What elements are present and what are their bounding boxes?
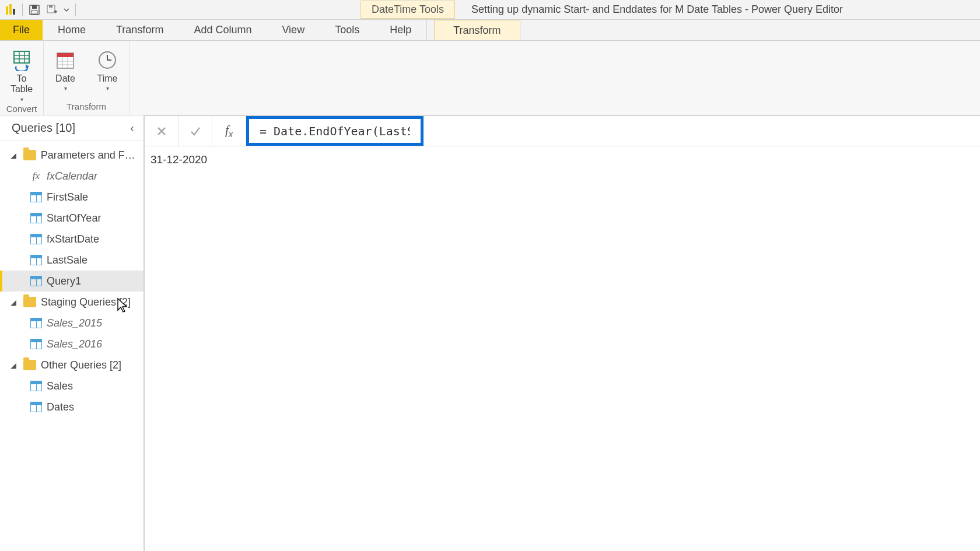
tab-home[interactable]: Home — [43, 20, 101, 40]
tab-add-column[interactable]: Add Column — [178, 20, 267, 40]
title-bar: DateTime Tools Setting up dynamic Start-… — [0, 0, 980, 20]
svg-rect-5 — [32, 10, 37, 14]
save-icon[interactable] — [26, 2, 43, 18]
queries-title: Queries [10] — [12, 121, 75, 135]
tab-tools[interactable]: Tools — [320, 20, 374, 40]
table-icon — [30, 213, 42, 223]
folder-icon — [23, 360, 36, 370]
svg-rect-7 — [49, 5, 52, 8]
svg-rect-0 — [6, 6, 8, 15]
tree-item-label: fxStartDate — [47, 233, 99, 245]
contextual-tab-header: DateTime Tools — [360, 1, 455, 19]
tab-help[interactable]: Help — [374, 20, 426, 40]
title-center: DateTime Tools Setting up dynamic Start-… — [360, 1, 843, 19]
tree-folder[interactable]: ◢ Other Queries [2] — [0, 355, 144, 375]
commit-formula-icon[interactable] — [178, 116, 212, 146]
main-area: Queries [10] ‹ ◢ Parameters and Fu…fxfxC… — [0, 115, 980, 551]
table-icon — [30, 234, 42, 244]
tree-item[interactable]: Sales — [0, 375, 144, 396]
tab-context-transform[interactable]: Transform — [434, 20, 520, 40]
svg-rect-8 — [14, 51, 29, 63]
tree-item-label: Sales_2016 — [47, 338, 102, 350]
tab-file[interactable]: File — [0, 20, 43, 40]
formula-input-highlight — [246, 116, 424, 146]
chevron-down-icon: ▾ — [64, 85, 67, 92]
table-icon — [30, 381, 42, 391]
tree-item-label: Dates — [47, 401, 74, 413]
to-table-button[interactable]: To Table ▾ — [6, 48, 37, 103]
chevron-down-icon: ▾ — [106, 85, 109, 92]
ribbon-group-convert: To Table ▾ Convert — [0, 41, 44, 115]
save-as-icon[interactable] — [44, 2, 60, 18]
result-value: 31-12-2020 — [145, 146, 980, 173]
to-table-icon — [9, 48, 34, 72]
folder-label: Staging Queries [2] — [41, 296, 131, 308]
time-label: Time — [97, 73, 118, 84]
ribbon-group-transform: Date ▾ Time ▾ Transform — [44, 41, 130, 115]
formula-input[interactable] — [260, 124, 410, 138]
date-button[interactable]: Date ▾ — [50, 48, 81, 92]
twisty-icon: ◢ — [10, 361, 19, 370]
svg-rect-2 — [13, 9, 15, 15]
tree-item[interactable]: fxfxCalendar — [0, 166, 144, 187]
tree-item[interactable]: LastSale — [0, 250, 144, 271]
table-icon — [30, 339, 42, 349]
tree-item[interactable]: Dates — [0, 396, 144, 417]
twisty-icon: ◢ — [10, 298, 19, 307]
tree-item-label: Sales_2015 — [47, 317, 102, 329]
tree-item[interactable]: FirstSale — [0, 187, 144, 208]
table-icon — [30, 255, 42, 265]
window-title: Setting up dynamic Start- and Enddates f… — [471, 3, 843, 16]
twisty-icon: ◢ — [10, 151, 19, 160]
queries-pane: Queries [10] ‹ ◢ Parameters and Fu…fxfxC… — [0, 115, 145, 551]
tree-item-label: FirstSale — [47, 191, 88, 203]
tree-folder[interactable]: ◢ Staging Queries [2] — [0, 292, 144, 313]
tab-view[interactable]: View — [267, 20, 320, 40]
tree-item-label: Query1 — [47, 275, 81, 287]
fx-icon[interactable]: fx — [212, 116, 246, 146]
calendar-icon — [53, 48, 78, 72]
folder-label: Parameters and Fu… — [41, 149, 140, 162]
svg-rect-1 — [9, 4, 12, 15]
content-area: fx 31-12-2020 — [145, 115, 980, 551]
cancel-formula-icon[interactable] — [145, 116, 178, 146]
tree-item[interactable]: Sales_2016 — [0, 334, 144, 355]
collapse-pane-icon[interactable]: ‹ — [127, 121, 138, 135]
tab-transform[interactable]: Transform — [101, 20, 178, 40]
qat-separator — [75, 3, 76, 16]
tree-item[interactable]: fxStartDate — [0, 229, 144, 250]
folder-icon — [23, 150, 36, 160]
date-label: Date — [55, 73, 75, 84]
tree-item-label: StartOfYear — [47, 212, 101, 224]
ribbon: To Table ▾ Convert Date — [0, 41, 980, 115]
table-icon — [30, 402, 42, 412]
tab-separator — [426, 20, 427, 40]
ribbon-group-convert-label: Convert — [6, 103, 37, 116]
tree-folder[interactable]: ◢ Parameters and Fu… — [0, 145, 144, 166]
folder-icon — [23, 297, 36, 307]
tree-item[interactable]: Sales_2015 — [0, 313, 144, 334]
queries-tree: ◢ Parameters and Fu…fxfxCalendarFirstSal… — [0, 141, 144, 421]
function-icon: fx — [30, 170, 42, 182]
clock-icon — [95, 48, 120, 72]
ribbon-group-transform-label: Transform — [66, 100, 106, 114]
quick-access-toolbar — [0, 2, 80, 18]
table-icon — [30, 318, 42, 328]
time-button[interactable]: Time ▾ — [92, 48, 123, 92]
queries-header: Queries [10] ‹ — [0, 115, 144, 141]
svg-rect-14 — [57, 53, 74, 57]
qat-separator — [22, 3, 23, 16]
tree-item[interactable]: Query1 — [0, 271, 144, 292]
tree-item-label: fxCalendar — [47, 170, 97, 183]
formula-bar-remainder[interactable] — [424, 116, 980, 146]
table-icon — [30, 192, 42, 202]
svg-rect-4 — [32, 5, 37, 9]
ribbon-tabs: File Home Transform Add Column View Tool… — [0, 20, 980, 41]
tree-item[interactable]: StartOfYear — [0, 208, 144, 229]
chevron-down-icon: ▾ — [20, 96, 23, 103]
tree-item-label: Sales — [47, 380, 73, 392]
tree-item-label: LastSale — [47, 254, 88, 266]
table-icon — [30, 276, 42, 286]
formula-bar: fx — [145, 116, 980, 146]
qat-dropdown-icon[interactable] — [61, 2, 72, 18]
